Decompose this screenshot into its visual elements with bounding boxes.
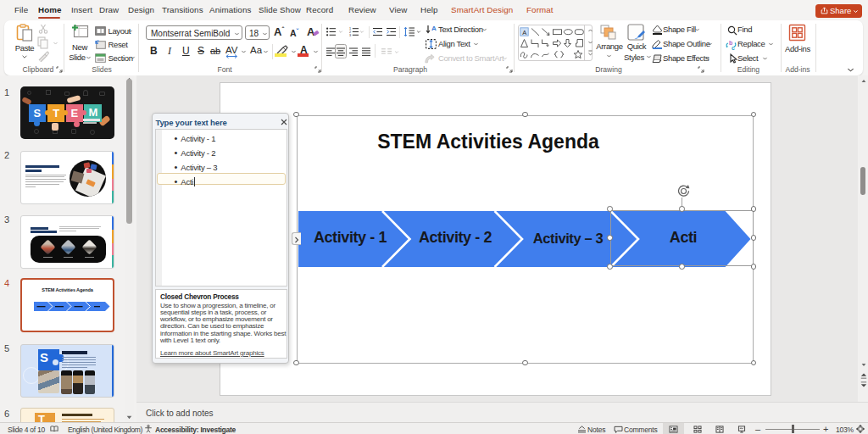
svg-text:A: A: [431, 25, 437, 32]
svg-text:c: c: [732, 45, 735, 51]
svg-text:A: A: [522, 29, 526, 36]
svg-text:3: 3: [349, 34, 351, 36]
